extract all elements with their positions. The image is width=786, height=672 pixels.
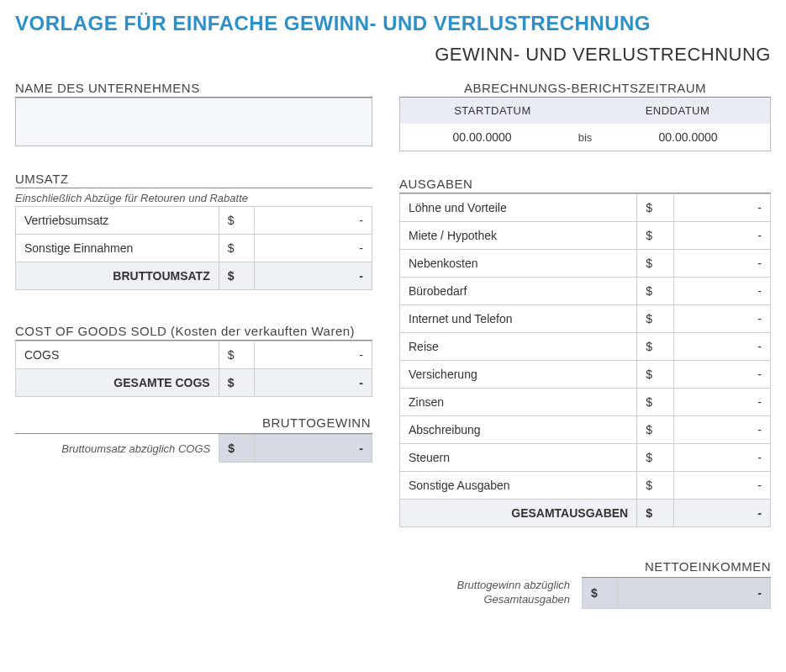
start-date-input[interactable]: 00.00.0000 — [400, 124, 564, 151]
row-value[interactable]: - — [674, 305, 771, 333]
expenses-total-row: GESAMTAUSGABEN $ - — [400, 500, 771, 527]
currency-symbol: $ — [582, 578, 618, 609]
row-label[interactable]: Vertriebsumsatz — [16, 207, 219, 235]
row-value[interactable]: - — [674, 444, 771, 472]
net-income-note: Bruttogewinn abzüglich Gesamtausgaben — [457, 579, 582, 607]
currency-symbol: $ — [637, 278, 674, 305]
table-row: Abschreibung $ - — [400, 416, 771, 444]
row-value[interactable]: - — [674, 194, 771, 222]
table-row: Nebenkosten $ - — [400, 250, 771, 278]
currency-symbol: $ — [219, 369, 254, 397]
row-value[interactable]: - — [255, 235, 372, 262]
currency-symbol: $ — [637, 500, 674, 527]
period-header: STARTDATUM ENDDATUM — [399, 98, 771, 124]
currency-symbol: $ — [637, 472, 674, 500]
net-income-label: NETTOEINKOMMEN — [15, 559, 771, 574]
table-row: Zinsen $ - — [400, 389, 771, 416]
table-row: COGS $ - — [16, 341, 372, 369]
total-value: - — [255, 369, 372, 397]
main-title: VORLAGE FÜR EINFACHE GEWINN- UND VERLUST… — [15, 12, 771, 35]
net-income-value-box: $ - — [582, 577, 771, 609]
row-label[interactable]: Sonstige Ausgaben — [400, 472, 637, 500]
row-label[interactable]: Abschreibung — [400, 416, 637, 444]
expenses-label: AUSGABEN — [399, 177, 771, 191]
period-row: 00.00.0000 bis 00.00.0000 — [399, 124, 771, 151]
currency-symbol: $ — [637, 250, 674, 278]
table-row: Bürobedarf $ - — [400, 278, 771, 305]
currency-symbol: $ — [637, 389, 674, 416]
row-label[interactable]: Bürobedarf — [400, 278, 637, 305]
row-value[interactable]: - — [674, 250, 771, 278]
gross-profit-value: - — [255, 434, 372, 463]
row-label[interactable]: Internet und Telefon — [400, 305, 637, 333]
table-row: Sonstige Ausgaben $ - — [400, 472, 771, 500]
gross-profit-note: Bruttoumsatz abzüglich COGS — [15, 442, 219, 455]
row-label[interactable]: Nebenkosten — [400, 250, 637, 278]
start-date-label: STARTDATUM — [400, 98, 585, 124]
row-label[interactable]: COGS — [16, 341, 219, 369]
row-label[interactable]: Reise — [400, 333, 637, 361]
row-value[interactable]: - — [255, 207, 372, 235]
total-value: - — [674, 500, 771, 527]
total-label: GESAMTE COGS — [16, 369, 219, 397]
row-value[interactable]: - — [674, 472, 771, 500]
total-value: - — [255, 262, 372, 290]
row-value[interactable]: - — [674, 389, 771, 416]
company-label: NAME DES UNTERNEHMENS — [15, 81, 372, 95]
gross-profit-label: BRUTTOGEWINN — [15, 415, 372, 430]
total-label: GESAMTAUSGABEN — [400, 500, 637, 527]
row-label[interactable]: Löhne und Vorteile — [400, 194, 637, 222]
table-row: Internet und Telefon $ - — [400, 305, 771, 333]
currency-symbol: $ — [219, 341, 254, 369]
end-date-label: ENDDATUM — [585, 98, 770, 124]
row-label[interactable]: Zinsen — [400, 389, 637, 416]
table-row: Reise $ - — [400, 333, 771, 361]
currency-symbol: $ — [637, 194, 674, 222]
currency-symbol: $ — [637, 333, 674, 361]
row-value[interactable]: - — [674, 416, 771, 444]
revenue-table: Vertriebsumsatz $ - Sonstige Einnahmen $… — [15, 206, 372, 290]
row-value[interactable]: - — [674, 333, 771, 361]
currency-symbol: $ — [637, 416, 674, 444]
period-separator: bis — [564, 131, 606, 144]
table-row: Vertriebsumsatz $ - — [16, 207, 372, 235]
currency-symbol: $ — [637, 361, 674, 389]
divider — [15, 188, 372, 188]
cogs-total-row: GESAMTE COGS $ - — [16, 369, 372, 397]
table-row: Sonstige Einnahmen $ - — [16, 235, 372, 262]
row-label[interactable]: Sonstige Einnahmen — [16, 235, 219, 262]
end-date-input[interactable]: 00.00.0000 — [606, 124, 770, 151]
row-label[interactable]: Steuern — [400, 444, 637, 472]
table-row: Miete / Hypothek $ - — [400, 222, 771, 250]
currency-symbol: $ — [637, 305, 674, 333]
row-value[interactable]: - — [255, 341, 372, 369]
company-name-input[interactable] — [15, 98, 372, 146]
row-value[interactable]: - — [674, 361, 771, 389]
row-value[interactable]: - — [674, 222, 771, 250]
currency-symbol: $ — [637, 444, 674, 472]
currency-symbol: $ — [219, 207, 254, 235]
currency-symbol: $ — [219, 262, 254, 290]
net-income-value: - — [618, 578, 771, 609]
table-row: Steuern $ - — [400, 444, 771, 472]
cogs-label: COST OF GOODS SOLD (Kosten der verkaufte… — [15, 324, 372, 338]
revenue-total-row: BRUTTOUMSATZ $ - — [16, 262, 372, 290]
expenses-table: Löhne und Vorteile $ - Miete / Hypothek … — [399, 193, 771, 527]
revenue-label: UMSATZ — [15, 172, 372, 186]
gross-profit-value-box: $ - — [219, 434, 372, 463]
row-label[interactable]: Versicherung — [400, 361, 637, 389]
cogs-table: COGS $ - GESAMTE COGS $ - — [15, 341, 372, 397]
currency-symbol: $ — [637, 222, 674, 250]
table-row: Versicherung $ - — [400, 361, 771, 389]
table-row: Löhne und Vorteile $ - — [400, 194, 771, 222]
sub-title: GEWINN- UND VERLUSTRECHNUNG — [15, 44, 771, 66]
currency-symbol: $ — [219, 235, 254, 262]
row-label[interactable]: Miete / Hypothek — [400, 222, 637, 250]
revenue-note: Einschließlich Abzüge für Retouren und R… — [15, 192, 372, 204]
period-label: ABRECHNUNGS-BERICHTSZEITRAUM — [399, 81, 771, 95]
total-label: BRUTTOUMSATZ — [16, 262, 219, 290]
currency-symbol: $ — [219, 434, 255, 463]
row-value[interactable]: - — [674, 278, 771, 305]
